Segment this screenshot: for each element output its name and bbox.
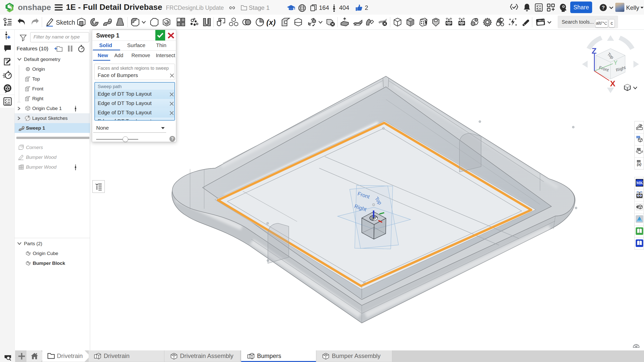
svg-text:X: X (610, 79, 616, 88)
svg-text:Z: Z (592, 46, 597, 55)
svg-text:Y: Y (614, 59, 618, 66)
svg-text:?: ? (602, 5, 605, 10)
svg-text:(x): (x) (637, 162, 641, 166)
